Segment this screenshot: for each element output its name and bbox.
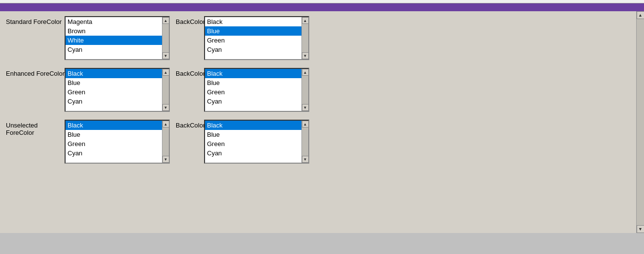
back-list-unselected-item[interactable]: Green [205, 139, 301, 148]
back-label-standard: BackColor [170, 16, 204, 25]
fore-list-standard-scroll-up[interactable]: ▲ [162, 17, 169, 24]
back-list-standard-scroll-down[interactable]: ▼ [302, 52, 309, 59]
fore-label-unselected: Unselected ForeColor [6, 120, 65, 136]
fore-list-enhanced-items: BlackBlueGreenCyan [66, 69, 162, 111]
back-list-standard-item[interactable]: Cyan [205, 45, 301, 54]
fore-list-unselected-item[interactable]: Black [66, 121, 162, 130]
fore-list-enhanced-item[interactable]: Green [66, 87, 162, 97]
back-list-unselected-item[interactable]: Black [205, 121, 301, 130]
fore-list-standard-item[interactable]: Cyan [66, 45, 162, 54]
scroll-up-button[interactable]: ▲ [637, 11, 644, 19]
back-list-unselected[interactable]: BlackBlueGreenCyan▲▼ [204, 120, 309, 164]
back-list-standard[interactable]: BlackBlueGreenCyan▲▼ [204, 16, 309, 60]
row-standard: Standard ForeColorMagentaBrownWhiteCyan▲… [6, 16, 638, 60]
fore-list-unselected-item[interactable]: Blue [66, 130, 162, 139]
fore-list-unselected-scroll-down[interactable]: ▼ [162, 156, 169, 163]
fore-list-enhanced-item[interactable]: Blue [66, 78, 162, 87]
row-enhanced: Enhanced ForeColorBlackBlueGreenCyan▲▼Ba… [6, 68, 638, 112]
back-label-enhanced: BackColor [170, 68, 204, 77]
back-list-enhanced-item[interactable]: Green [205, 87, 301, 97]
back-list-enhanced-scroll-track [302, 76, 309, 104]
fore-label-enhanced: Enhanced ForeColor [6, 68, 65, 77]
fore-list-standard-scroll-track [162, 24, 169, 52]
fore-list-standard-item[interactable]: White [66, 36, 162, 45]
fore-list-enhanced-scroll-down[interactable]: ▼ [162, 104, 169, 111]
fore-list-standard[interactable]: MagentaBrownWhiteCyan▲▼ [65, 16, 170, 60]
back-list-standard-scroll-track [302, 24, 309, 52]
scroll-track [637, 19, 644, 225]
fore-list-enhanced-item[interactable]: Black [66, 69, 162, 78]
fore-list-standard-item[interactable]: Brown [66, 26, 162, 36]
fore-list-enhanced-scroll-up[interactable]: ▲ [162, 69, 169, 76]
back-list-enhanced-scrollbar[interactable]: ▲▼ [301, 69, 308, 111]
back-list-unselected-scroll-down[interactable]: ▼ [302, 156, 309, 163]
back-list-enhanced-scroll-up[interactable]: ▲ [302, 69, 309, 76]
back-list-unselected-item[interactable]: Blue [205, 130, 301, 139]
fore-list-unselected-item[interactable]: Green [66, 139, 162, 148]
back-list-enhanced-item[interactable]: Black [205, 69, 301, 78]
back-list-enhanced[interactable]: BlackBlueGreenCyan▲▼ [204, 68, 309, 112]
back-list-enhanced-scroll-down[interactable]: ▼ [302, 104, 309, 111]
back-list-enhanced-items: BlackBlueGreenCyan [205, 69, 301, 111]
back-list-unselected-scroll-up[interactable]: ▲ [302, 121, 309, 127]
back-list-standard-item[interactable]: Blue [205, 26, 301, 36]
back-list-enhanced-item[interactable]: Cyan [205, 97, 301, 106]
fore-list-enhanced-scrollbar[interactable]: ▲▼ [162, 69, 169, 111]
back-list-standard-item[interactable]: Green [205, 36, 301, 45]
fore-list-unselected-scroll-up[interactable]: ▲ [162, 121, 169, 127]
back-list-standard-scroll-up[interactable]: ▲ [302, 17, 309, 24]
fore-list-standard-items: MagentaBrownWhiteCyan [66, 17, 162, 59]
back-list-unselected-scrollbar[interactable]: ▲▼ [301, 121, 308, 163]
back-list-standard-scrollbar[interactable]: ▲▼ [301, 17, 308, 59]
back-list-standard-item[interactable]: Black [205, 17, 301, 26]
header-bar [0, 3, 644, 11]
row-unselected: Unselected ForeColorBlackBlueGreenCyan▲▼… [6, 120, 638, 164]
fore-list-unselected[interactable]: BlackBlueGreenCyan▲▼ [65, 120, 170, 164]
fore-list-enhanced[interactable]: BlackBlueGreenCyan▲▼ [65, 68, 170, 112]
back-label-unselected: BackColor [170, 120, 204, 129]
fore-list-unselected-scrollbar[interactable]: ▲▼ [162, 121, 169, 163]
back-list-standard-items: BlackBlueGreenCyan [205, 17, 301, 59]
fore-list-standard-scrollbar[interactable]: ▲▼ [162, 17, 169, 59]
fore-list-standard-scroll-down[interactable]: ▼ [162, 52, 169, 59]
title-bar [0, 0, 644, 3]
fore-list-unselected-item[interactable]: Cyan [66, 148, 162, 158]
back-list-enhanced-item[interactable]: Blue [205, 78, 301, 87]
back-list-unselected-items: BlackBlueGreenCyan [205, 121, 301, 163]
fore-label-standard: Standard ForeColor [6, 16, 65, 25]
back-list-unselected-item[interactable]: Cyan [205, 148, 301, 158]
fore-list-enhanced-item[interactable]: Cyan [66, 97, 162, 106]
fore-list-enhanced-scroll-track [162, 76, 169, 104]
fore-list-standard-item[interactable]: Magenta [66, 17, 162, 26]
fore-list-unselected-items: BlackBlueGreenCyan [66, 121, 162, 163]
fore-list-unselected-scroll-track [162, 127, 169, 156]
main-content: Standard ForeColorMagentaBrownWhiteCyan▲… [0, 11, 644, 233]
scroll-down-button[interactable]: ▼ [637, 225, 644, 233]
main-scrollbar[interactable]: ▲ ▼ [636, 11, 644, 233]
back-list-unselected-scroll-track [302, 127, 309, 156]
